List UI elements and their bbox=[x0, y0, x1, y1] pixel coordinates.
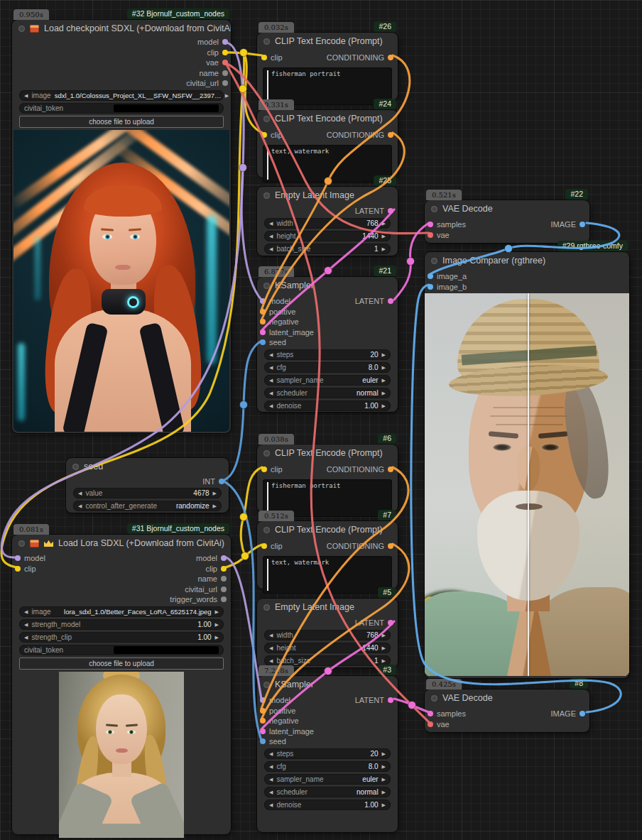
width-widget[interactable]: ◀width768▶ bbox=[264, 630, 391, 640]
cfg-widget[interactable]: ◀cfg8.0▶ bbox=[264, 761, 391, 772]
combo-right-icon[interactable]: ▶ bbox=[382, 388, 386, 398]
combo-left-icon[interactable]: ◀ bbox=[269, 774, 273, 785]
reroute-dot[interactable] bbox=[408, 702, 416, 709]
combo-right-icon[interactable]: ▶ bbox=[382, 774, 386, 785]
width-widget[interactable]: ◀width768▶ bbox=[264, 218, 391, 229]
node-titlebar[interactable]: CLIP Text Encode (Prompt) bbox=[257, 444, 398, 462]
input-slot-seed[interactable]: seed bbox=[257, 736, 398, 747]
combo-left-icon[interactable]: ◀ bbox=[269, 362, 273, 373]
reroute-dot[interactable] bbox=[240, 49, 248, 57]
input-slot-latent-image[interactable]: latent_image bbox=[257, 327, 398, 338]
output-slot-latent[interactable]: LATENT bbox=[259, 206, 396, 217]
combo-left-icon[interactable]: ◀ bbox=[269, 400, 273, 411]
batch-size-widget[interactable]: ◀batch_size1▶ bbox=[264, 244, 391, 254]
input-slot-clip[interactable]: clip bbox=[259, 130, 285, 141]
output-slot-name[interactable]: name bbox=[167, 574, 229, 584]
node-titlebar[interactable]: Load checkpoint SDXL (+Download from Civ… bbox=[12, 20, 231, 37]
node-titlebar[interactable]: Empty Latent Image bbox=[257, 599, 398, 616]
combo-left-icon[interactable]: ◀ bbox=[269, 349, 273, 360]
sampler-name-widget[interactable]: ◀sampler_nameeuler▶ bbox=[264, 375, 391, 386]
reroute-dot[interactable] bbox=[505, 245, 513, 253]
image-combo-widget[interactable]: ◀ image sdxl_1.0/Colossus_Project_XL__SF… bbox=[19, 90, 224, 101]
node-titlebar[interactable]: seed bbox=[66, 458, 229, 475]
combo-left-icon[interactable]: ◀ bbox=[269, 761, 273, 772]
node-titlebar[interactable]: Empty Latent Image bbox=[257, 187, 398, 204]
combo-right-icon[interactable]: ▶ bbox=[382, 218, 386, 229]
combo-right-icon[interactable]: ▶ bbox=[382, 349, 386, 360]
input-slot-seed[interactable]: seed bbox=[257, 337, 398, 348]
reroute-dot[interactable] bbox=[325, 667, 332, 675]
collapse-dot-icon[interactable] bbox=[263, 527, 270, 533]
output-slot-civitai-url[interactable]: civitai_url bbox=[167, 584, 229, 595]
output-slot-clip[interactable]: clip bbox=[12, 48, 231, 58]
combo-right-icon[interactable]: ▶ bbox=[382, 643, 386, 653]
input-slot-vae[interactable]: vae bbox=[425, 230, 589, 241]
node-titlebar[interactable]: KSampler bbox=[257, 676, 398, 693]
steps-widget[interactable]: ◀steps20▶ bbox=[264, 349, 391, 360]
combo-left-icon[interactable]: ◀ bbox=[78, 488, 82, 498]
input-slot-clip[interactable]: clip bbox=[259, 541, 285, 552]
collapse-dot-icon[interactable] bbox=[431, 258, 437, 264]
output-slot-latent[interactable]: LATENT bbox=[259, 618, 396, 628]
combo-right-icon[interactable]: ▶ bbox=[215, 619, 219, 630]
combo-left-icon[interactable]: ◀ bbox=[269, 630, 273, 640]
reroute-dot[interactable] bbox=[239, 85, 247, 93]
output-slot-trigger-words[interactable]: trigger_words bbox=[167, 594, 229, 605]
node-titlebar[interactable]: Image Comparer (rgthree) bbox=[425, 252, 629, 269]
node-titlebar[interactable]: KSampler bbox=[257, 277, 398, 294]
civitai-token-field[interactable]: civitai_token bbox=[19, 103, 224, 114]
height-widget[interactable]: ◀height1440▶ bbox=[264, 231, 391, 241]
combo-right-icon[interactable]: ▶ bbox=[382, 787, 386, 797]
combo-right-icon[interactable]: ▶ bbox=[382, 761, 386, 772]
output-slot-conditioning[interactable]: CONDITIONING bbox=[324, 53, 396, 63]
combo-left-icon[interactable]: ◀ bbox=[269, 748, 273, 759]
reroute-dot[interactable] bbox=[240, 401, 248, 409]
combo-right-icon[interactable]: ▶ bbox=[382, 231, 386, 241]
output-slot-image[interactable]: IMAGE bbox=[548, 709, 588, 719]
choose-file-button[interactable]: choose file to upload bbox=[19, 658, 224, 670]
node-titlebar[interactable]: VAE Decode bbox=[425, 689, 589, 707]
output-slot-conditioning[interactable]: CONDITIONING bbox=[324, 541, 396, 552]
strength-clip-widget[interactable]: ◀strength_clip1.00▶ bbox=[19, 632, 224, 643]
node-titlebar[interactable]: CLIP Text Encode (Prompt) bbox=[257, 521, 398, 538]
combo-left-icon[interactable]: ◀ bbox=[269, 375, 273, 386]
combo-right-icon[interactable]: ▶ bbox=[382, 800, 386, 810]
comparison-image[interactable] bbox=[425, 293, 629, 676]
output-slot-vae[interactable]: vae bbox=[12, 58, 231, 68]
control-after-generate-widget[interactable]: ◀control_after_generaterandomize▶ bbox=[73, 501, 222, 511]
combo-right-icon[interactable]: ▶ bbox=[213, 501, 217, 511]
prompt-textarea[interactable]: text, watermark bbox=[263, 145, 392, 182]
collapse-dot-icon[interactable] bbox=[263, 116, 270, 122]
combo-left-icon[interactable]: ◀ bbox=[269, 388, 273, 398]
combo-right-icon[interactable]: ▶ bbox=[382, 375, 386, 386]
collapse-dot-icon[interactable] bbox=[72, 464, 79, 470]
combo-left-icon[interactable]: ◀ bbox=[269, 218, 273, 229]
combo-left-icon[interactable]: ◀ bbox=[269, 800, 273, 810]
reroute-dot[interactable] bbox=[241, 552, 249, 560]
image-combo-widget[interactable]: ◀ image lora_sdxl_1.0/Better_Faces_LoRA_… bbox=[19, 606, 224, 617]
output-slot-conditioning[interactable]: CONDITIONING bbox=[324, 130, 396, 141]
combo-right-icon[interactable]: ▶ bbox=[225, 90, 229, 101]
reroute-dot[interactable] bbox=[325, 267, 332, 275]
output-slot-latent[interactable]: LATENT bbox=[352, 296, 396, 307]
input-slot-vae[interactable]: vae bbox=[425, 719, 589, 730]
node-titlebar[interactable]: CLIP Text Encode (Prompt) bbox=[257, 110, 398, 127]
combo-right-icon[interactable]: ▶ bbox=[215, 632, 219, 643]
steps-widget[interactable]: ◀steps20▶ bbox=[264, 748, 391, 759]
output-slot-image[interactable]: IMAGE bbox=[548, 219, 588, 230]
combo-right-icon[interactable]: ▶ bbox=[382, 748, 386, 759]
seed-value-widget[interactable]: ◀value4678▶ bbox=[73, 488, 222, 498]
comparer-split-handle[interactable] bbox=[528, 293, 529, 676]
sampler-name-widget[interactable]: ◀sampler_nameeuler▶ bbox=[264, 774, 391, 785]
combo-right-icon[interactable]: ▶ bbox=[382, 244, 386, 254]
collapse-dot-icon[interactable] bbox=[18, 26, 25, 32]
combo-left-icon[interactable]: ◀ bbox=[24, 606, 28, 617]
collapse-dot-icon[interactable] bbox=[18, 540, 25, 547]
collapse-dot-icon[interactable] bbox=[263, 604, 270, 611]
output-slot-latent[interactable]: LATENT bbox=[352, 695, 396, 706]
output-slot-conditioning[interactable]: CONDITIONING bbox=[324, 464, 396, 475]
output-slot-int[interactable]: INT bbox=[67, 476, 227, 487]
combo-right-icon[interactable]: ▶ bbox=[213, 488, 217, 498]
prompt-textarea[interactable]: text, watermark bbox=[263, 556, 392, 594]
combo-left-icon[interactable]: ◀ bbox=[269, 244, 273, 254]
